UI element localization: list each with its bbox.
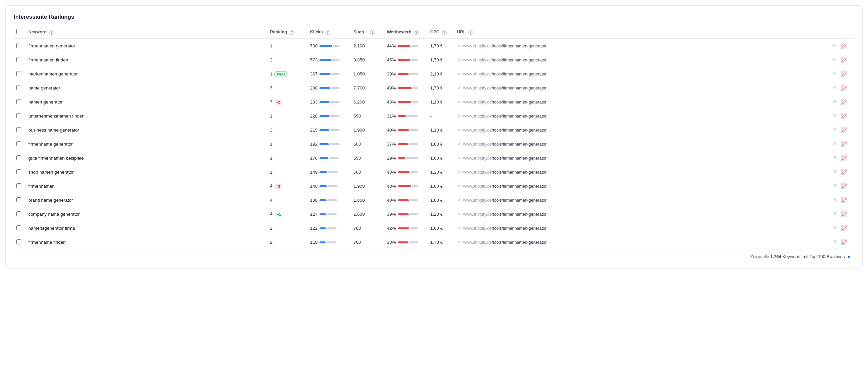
chart-icon[interactable]: 📈 (841, 169, 848, 175)
search-cell: 1.900 (351, 123, 384, 137)
keyword-link[interactable]: unternehmensnamen finden (28, 114, 85, 119)
keyword-link[interactable]: firmennamen generator (28, 43, 75, 49)
url-path: /tools/firmennamen-generator (492, 184, 547, 189)
keyword-link[interactable]: namen generator (28, 99, 63, 104)
cpc-cell: 1,80 € (428, 193, 454, 207)
chart-icon[interactable]: 📈 (841, 113, 848, 119)
clicks-bar-container: 233 (310, 99, 340, 104)
keyword-link[interactable]: brand name generator (28, 198, 73, 203)
eye-icon[interactable]: 👁 (832, 71, 838, 77)
eye-icon[interactable]: 👁 (832, 43, 838, 49)
header-keyword: Keyword ? (26, 26, 268, 39)
row-checkbox[interactable] (17, 239, 21, 244)
table-row: namen generator7-2 233 6.200 48% 1,10 € … (14, 95, 854, 109)
row-checkbox[interactable] (17, 169, 21, 174)
ranking-value: 2 (270, 226, 273, 231)
header-clicks: Klicks ? (307, 26, 351, 39)
ranking-badge: -2 (274, 99, 282, 105)
eye-icon[interactable]: 👁 (832, 85, 838, 91)
competition-bar-track (398, 129, 418, 131)
row-checkbox[interactable] (17, 127, 21, 132)
row-checkbox[interactable] (17, 225, 21, 231)
eye-icon[interactable]: 👁 (832, 183, 838, 189)
chart-icon[interactable]: 📈 (841, 141, 848, 147)
row-checkbox[interactable] (17, 57, 21, 62)
url-path: /tools/firmennamen-generator (492, 156, 547, 160)
eye-icon[interactable]: 👁 (832, 225, 838, 231)
eye-icon[interactable]: 👁 (832, 211, 838, 217)
row-checkbox[interactable] (17, 99, 21, 104)
chart-icon[interactable]: 📈 (841, 197, 848, 203)
chart-icon[interactable]: 📈 (841, 225, 848, 231)
chart-icon[interactable]: 📈 (841, 71, 848, 77)
row-checkbox[interactable] (17, 71, 21, 76)
footer-arrow-icon[interactable]: ► (847, 254, 851, 259)
row-checkbox[interactable] (17, 155, 21, 160)
keyword-link[interactable]: shop namen generator (28, 170, 74, 175)
row-checkbox[interactable] (17, 43, 21, 48)
chart-icon[interactable]: 📈 (841, 211, 848, 217)
select-all-checkbox[interactable] (17, 29, 21, 34)
url-cell: ↗ www.shopify.de/tools/firmennamen-gener… (454, 235, 828, 249)
url-cell: ↗ www.shopify.de/tools/firmennamen-gener… (454, 221, 828, 235)
cpc-help-icon[interactable]: ? (442, 30, 447, 35)
competition-help-icon[interactable]: ? (414, 30, 418, 35)
keyword-link[interactable]: firmennamen finden (28, 57, 68, 62)
keyword-link[interactable]: firmennamen (28, 184, 55, 189)
chart-icon[interactable]: 📈 (841, 85, 848, 91)
url-path: /tools/firmennamen-generator (492, 212, 547, 217)
chart-icon[interactable]: 📈 (841, 127, 848, 133)
eye-icon[interactable]: 👁 (832, 113, 838, 119)
eye-icon[interactable]: 👁 (832, 197, 838, 203)
chart-icon[interactable]: 📈 (841, 183, 848, 189)
keyword-link[interactable]: name generator (28, 86, 60, 90)
keyword-link[interactable]: gute firmennamen beispiele (28, 156, 84, 160)
eye-icon[interactable]: 👁 (832, 57, 838, 63)
eye-icon[interactable]: 👁 (832, 155, 838, 161)
competition-cell: 45% (384, 53, 428, 67)
external-link-icon: ↗ (457, 184, 461, 189)
chart-icon[interactable]: 📈 (841, 57, 848, 63)
clicks-bar-track (319, 199, 340, 201)
keyword-link[interactable]: firmenname generator (28, 142, 73, 147)
competition-bar-empty (412, 185, 417, 187)
eye-icon[interactable]: 👁 (832, 239, 838, 245)
row-checkbox[interactable] (17, 211, 21, 216)
clicks-bar-track (319, 241, 340, 243)
clicks-value: 192 (310, 142, 318, 147)
keyword-link[interactable]: business name generator (28, 127, 79, 132)
row-checkbox[interactable] (17, 183, 21, 188)
row-checkbox[interactable] (17, 141, 21, 146)
chart-icon[interactable]: 📈 (841, 99, 848, 105)
clicks-bar-empty (330, 115, 340, 117)
keyword-link[interactable]: markennamen generator (28, 71, 78, 77)
chart-icon[interactable]: 📈 (841, 239, 848, 245)
clicks-help-icon[interactable]: ? (326, 30, 330, 35)
row-checkbox[interactable] (17, 197, 21, 202)
keyword-help-icon[interactable]: ? (50, 30, 54, 35)
search-value: 7.700 (353, 86, 365, 90)
competition-bar-track (398, 241, 418, 243)
clicks-bar-track (319, 213, 340, 215)
table-row: firmennamen finden2 573 3.850 45% 1,70 €… (14, 53, 854, 67)
cpc-cell: 2,10 € (428, 67, 454, 81)
keyword-link[interactable]: company name generator (28, 212, 80, 217)
url-path: /tools/firmennamen-generator (492, 86, 547, 90)
eye-icon[interactable]: 👁 (832, 141, 838, 147)
competition-bar-empty (411, 59, 417, 61)
row-checkbox[interactable] (17, 85, 21, 90)
eye-icon[interactable]: 👁 (832, 99, 838, 105)
row-checkbox[interactable] (17, 113, 21, 118)
keyword-link[interactable]: firmenname finden (28, 240, 66, 245)
eye-icon[interactable]: 👁 (832, 127, 838, 133)
search-help-icon[interactable]: ? (370, 30, 375, 35)
cpc-cell: 1,70 € (428, 235, 454, 249)
keyword-link[interactable]: namensgenerator firma (28, 226, 75, 231)
cpc-cell: 1,80 € (428, 137, 454, 151)
eye-icon[interactable]: 👁 (832, 169, 838, 175)
ranking-help-icon[interactable]: ? (290, 30, 294, 35)
chart-icon[interactable]: 📈 (841, 155, 848, 161)
ranking-cell: 7-2 (268, 95, 307, 109)
chart-icon[interactable]: 📈 (841, 43, 848, 49)
url-help-icon[interactable]: ? (468, 30, 473, 35)
